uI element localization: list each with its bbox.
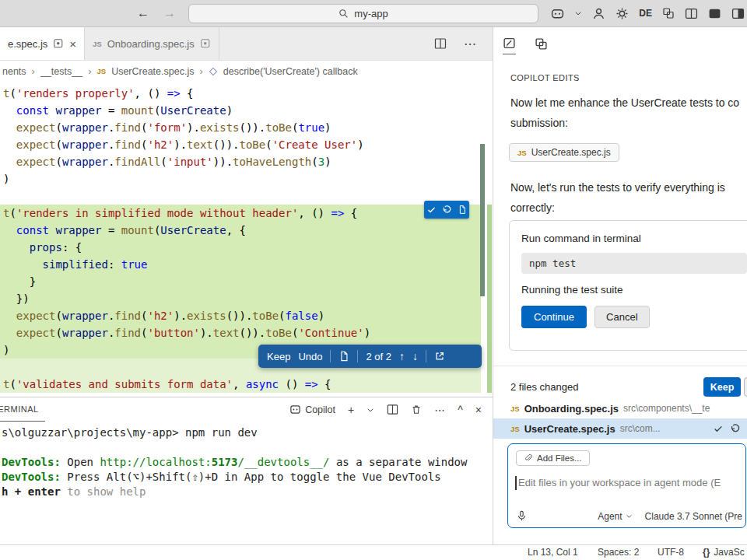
close-panel-icon[interactable]: × <box>475 404 482 416</box>
chevron-separator-icon: › <box>88 65 91 77</box>
indentation[interactable]: Spaces: 2 <box>598 547 639 558</box>
discard-all-button[interactable] <box>744 377 747 397</box>
panel-title: COPILOT EDITS <box>510 73 580 82</box>
term-line: h + enter to show help <box>2 485 493 499</box>
divider <box>426 350 426 362</box>
code-editor[interactable]: t('renders properly', () => { const wrap… <box>0 82 493 397</box>
more-actions-icon[interactable]: ⋯ <box>434 404 445 416</box>
code-line: t('validates and submits form data', asy… <box>0 376 481 393</box>
code-line: expect(wrapper.find('button').text()).to… <box>0 324 481 341</box>
cursor-position[interactable]: Ln 13, Col 1 <box>528 547 578 558</box>
new-terminal-icon[interactable]: + <box>348 404 354 416</box>
js-file-icon: JS <box>510 404 520 413</box>
file-pin-icon[interactable] <box>338 351 349 362</box>
changed-files-header: 2 files changed Keep <box>493 377 747 397</box>
tab-usercreate-spec[interactable]: e.spec.js × <box>0 27 85 60</box>
code-line: }) <box>0 290 481 307</box>
remote-windows-icon[interactable] <box>662 7 675 19</box>
open-in-editor-icon[interactable] <box>434 351 445 362</box>
terminal-copilot-button[interactable]: Copilot <box>289 404 335 415</box>
chevron-down-icon <box>626 513 633 520</box>
settings-gear-icon[interactable] <box>615 7 629 20</box>
open-session-icon[interactable] <box>535 37 548 54</box>
diff-review-toolbar: Keep Undo 2 of 2 ↑ ↓ <box>258 345 482 368</box>
scrollbar-thumb[interactable] <box>480 144 485 296</box>
previous-change-icon[interactable]: ↑ <box>399 350 405 362</box>
view-file-icon[interactable] <box>458 205 467 215</box>
code-line <box>0 187 481 205</box>
split-editor-icon[interactable] <box>434 37 447 50</box>
copilot-menu-icon[interactable] <box>551 7 564 20</box>
breadcrumb-item[interactable]: describe('UserCreate') callback <box>223 66 358 77</box>
profile-badge[interactable]: DE <box>639 8 652 19</box>
language-mode[interactable]: {} JavaSc <box>703 547 745 558</box>
model-picker[interactable]: Claude 3.7 Sonnet (Pre <box>645 511 742 522</box>
code-line: ) <box>0 170 481 187</box>
breadcrumb-item[interactable]: UserCreate.spec.js <box>111 66 194 77</box>
microphone-icon[interactable] <box>516 510 528 522</box>
customize-layout-icon[interactable] <box>731 7 745 20</box>
braces-icon: {} <box>703 547 710 558</box>
split-terminal-icon[interactable] <box>387 404 398 415</box>
change-counter: 2 of 2 <box>366 351 391 362</box>
chat-input-box[interactable]: Add Files... Edit files in your workspac… <box>507 443 746 528</box>
undo-button[interactable]: Undo <box>298 351 322 362</box>
breadcrumb-item[interactable]: __tests__ <box>40 66 82 77</box>
tab-terminal[interactable]: TERMINAL <box>0 397 45 422</box>
keep-all-button[interactable]: Keep <box>703 377 741 397</box>
terminal-profile-chevron-icon[interactable] <box>366 406 374 414</box>
command-center-search[interactable]: my-app <box>188 4 538 23</box>
terminal-panel[interactable]: TERMINAL Copilot + ⋯ <box>0 397 493 544</box>
run-command-card: Run command in terminal npm test Running… <box>509 220 747 351</box>
command-text: npm test <box>521 253 747 274</box>
breadcrumb-item[interactable]: nents <box>2 66 26 77</box>
tab-onboarding-spec[interactable]: JS Onboarding.spec.js <box>85 27 219 60</box>
cancel-button[interactable]: Cancel <box>594 306 649 328</box>
more-actions-icon[interactable]: ⋯ <box>464 37 477 51</box>
editor-tab-bar: e.spec.js × JS Onboarding.spec.js ⋯ <box>0 27 493 61</box>
assistant-message-line: Now, let's run the tests to verify every… <box>510 177 725 198</box>
js-file-icon: JS <box>510 425 520 433</box>
split-editor-layout-icon[interactable] <box>685 7 698 20</box>
encoding[interactable]: UTF-8 <box>658 547 684 558</box>
term-line: s\olguzzar\projects\my-app> npm run dev <box>2 425 493 440</box>
chevron-separator-icon: › <box>199 65 202 77</box>
file-reference-chip[interactable]: JS UserCreate.spec.js <box>509 143 619 162</box>
copilot-edits-view-icon[interactable] <box>503 37 516 54</box>
divider <box>357 350 358 362</box>
back-icon[interactable]: ← <box>137 7 149 19</box>
code-line: expect(wrapper.find('h2').text()).toBe('… <box>0 136 481 153</box>
code-line: t('renders properly', () => { <box>0 85 481 102</box>
js-file-icon: JS <box>517 149 527 157</box>
changed-file-row[interactable]: JS UserCreate.spec.js src\com... <box>493 418 747 439</box>
account-icon[interactable] <box>592 7 605 20</box>
paperclip-icon <box>524 453 533 463</box>
forward-icon[interactable]: → <box>163 7 176 19</box>
assistant-message-line: correctly: <box>510 198 555 218</box>
command-status: Running the test suite <box>521 284 747 296</box>
discard-change-icon[interactable] <box>442 205 452 215</box>
toggle-panel-icon[interactable] <box>708 7 721 20</box>
changed-file-row[interactable]: JS Onboarding.spec.js src\components\__t… <box>493 398 747 418</box>
continue-button[interactable]: Continue <box>521 306 587 328</box>
next-change-icon[interactable]: ↓ <box>412 350 418 362</box>
chevron-down-icon[interactable] <box>574 9 582 17</box>
accept-change-icon[interactable] <box>426 205 437 215</box>
close-tab-icon[interactable]: × <box>69 37 76 51</box>
tab-state-icon[interactable] <box>53 38 64 49</box>
text-cursor <box>515 476 517 490</box>
titlebar: ← → my-app DE <box>0 0 747 27</box>
copilot-edits-panel: COPILOT EDITS Now let me enhance the Use… <box>493 27 747 544</box>
code-line: const wrapper = mount(UserCreate, { <box>0 222 481 239</box>
add-files-button[interactable]: Add Files... <box>516 450 590 466</box>
assistant-message-line: submission: <box>510 113 568 133</box>
keep-file-icon[interactable] <box>713 423 724 434</box>
keep-button[interactable]: Keep <box>267 351 290 362</box>
mode-picker[interactable]: Agent <box>598 511 632 522</box>
kill-terminal-icon[interactable] <box>411 404 422 415</box>
inline-diff-actions <box>424 201 469 219</box>
tab-state-icon[interactable] <box>200 38 211 49</box>
assistant-message-line: Now let me enhance the UserCreate tests … <box>510 93 739 113</box>
maximize-panel-icon[interactable]: ^ <box>458 404 463 416</box>
undo-file-icon[interactable] <box>730 423 741 434</box>
